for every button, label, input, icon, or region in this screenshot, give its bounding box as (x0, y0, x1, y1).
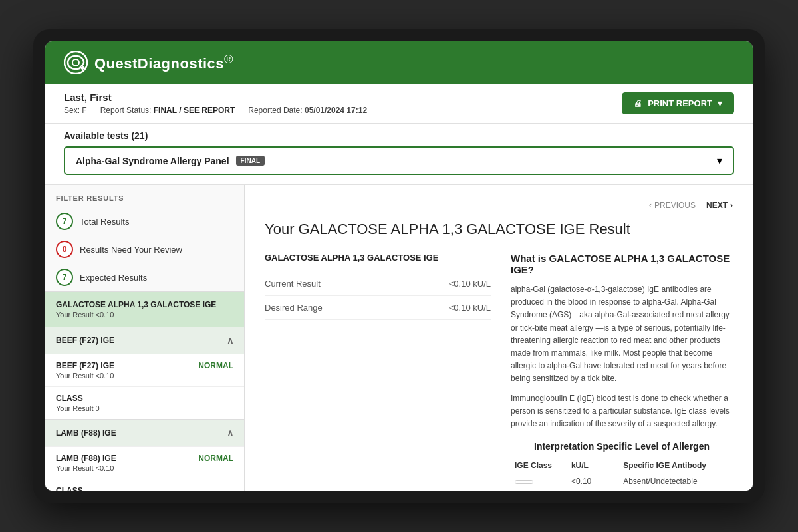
lamb-ige-result: Your Result <0.10 (56, 464, 233, 472)
test-dropdown-label: Alpha-Gal Syndrome Allergy Panel FINAL (76, 156, 265, 166)
filter-results-header: FILTER RESULTS (45, 185, 244, 207)
beef-chevron-icon: ∧ (227, 335, 233, 346)
patient-meta: Sex: F Report Status: FINAL / SEE REPORT… (64, 106, 367, 115)
next-button[interactable]: NEXT › (706, 201, 733, 210)
desired-range-row: Desired Range <0.10 kU/L (265, 296, 491, 320)
test-group-galactose[interactable]: GALACTOSE ALPHA 1,3 GALACTOSE IGE Your R… (45, 291, 244, 327)
patient-bar: Last, First Sex: F Report Status: FINAL … (45, 84, 753, 124)
detail-right: What is GALACTOSE ALPHA 1,3 GALACTOSE IG… (511, 253, 733, 491)
filter-expected-results[interactable]: 7 Expected Results (45, 263, 244, 291)
class-badge-0 (515, 480, 533, 484)
beef-ige-status: NORMAL (198, 361, 233, 370)
current-result-row: Current Result <0.10 kU/L (265, 272, 491, 296)
result-table-title: GALACTOSE ALPHA 1,3 GALACTOSE IGE (265, 253, 491, 263)
what-is-title: What is GALACTOSE ALPHA 1,3 GALACTOSE IG… (511, 253, 733, 275)
needs-review-label: Results Need Your Review (80, 245, 182, 255)
galactose-group-title: GALACTOSE ALPHA 1,3 GALACTOSE IGE (56, 300, 233, 309)
col-ige-class: IGE Class (511, 458, 567, 473)
svg-point-1 (72, 59, 79, 66)
chevron-down-icon: ▾ (718, 98, 722, 108)
reported-date: Reported Date: 05/01/2024 17:12 (248, 106, 367, 115)
desired-range-label: Desired Range (265, 303, 323, 313)
expected-results-label: Expected Results (80, 273, 147, 283)
main-content: FILTER RESULTS 7 Total Results 0 Results… (45, 185, 753, 491)
test-group-beef[interactable]: BEEF (F27) IGE ∧ (45, 327, 244, 354)
filter-total-results[interactable]: 7 Total Results (45, 207, 244, 235)
screen: QuestDiagnostics® Last, First Sex: F Rep… (45, 41, 753, 491)
beef-group-title: BEEF (F27) IGE ∧ (56, 335, 233, 346)
desired-range-value: <0.10 kU/L (449, 303, 491, 313)
detail-left: GALACTOSE ALPHA 1,3 GALACTOSE IGE Curren… (265, 253, 491, 491)
beef-ige-subitem[interactable]: BEEF (F27) IGE NORMAL Your Result <0.10 (45, 354, 244, 386)
test-group-lamb[interactable]: LAMB (F88) IGE ∧ (45, 419, 244, 446)
detail-title: Your GALACTOSE ALPHA 1,3 GALACTOSE IGE R… (265, 221, 733, 238)
current-result-value: <0.10 kU/L (449, 279, 491, 289)
detail-nav: ‹ PREVIOUS NEXT › (265, 201, 733, 210)
app-header: QuestDiagnostics® (45, 41, 753, 84)
beef-class-result: Your Result 0 (56, 404, 233, 412)
device-frame: QuestDiagnostics® Last, First Sex: F Rep… (33, 29, 765, 503)
lamb-group-title: LAMB (F88) IGE ∧ (56, 428, 233, 438)
detail-columns: GALACTOSE ALPHA 1,3 GALACTOSE IGE Curren… (265, 253, 733, 491)
chevron-right-icon: › (730, 201, 733, 210)
beef-class-subitem[interactable]: CLASS Your Result 0 (45, 386, 244, 419)
interpretation-title: Interpretation Specific Level of Allerge… (511, 441, 733, 452)
patient-info: Last, First Sex: F Report Status: FINAL … (64, 92, 367, 115)
quest-logo-icon (64, 51, 88, 74)
chevron-left-icon: ‹ (649, 201, 652, 210)
print-report-button[interactable]: 🖨 PRINT REPORT ▾ (622, 92, 734, 114)
beef-ige-result: Your Result <0.10 (56, 372, 233, 380)
lamb-ige-subitem[interactable]: LAMB (F88) IGE NORMAL Your Result <0.10 (45, 446, 244, 479)
test-panel-dropdown[interactable]: Alpha-Gal Syndrome Allergy Panel FINAL ▾ (64, 146, 734, 175)
logo-area: QuestDiagnostics® (64, 51, 233, 74)
what-is-paragraph-2: Immunoglobulin E (IgE) blood test is don… (511, 392, 733, 431)
available-tests-label: Available tests (21) (64, 130, 734, 141)
lamb-ige-title: LAMB (F88) IGE NORMAL (56, 454, 233, 463)
logo-text: QuestDiagnostics® (94, 52, 233, 72)
chevron-down-icon: ▾ (717, 154, 722, 167)
sex-info: Sex: F (64, 106, 87, 115)
needs-review-badge: 0 (56, 241, 73, 258)
final-badge: FINAL (236, 156, 265, 166)
filter-needs-review[interactable]: 0 Results Need Your Review (45, 235, 244, 263)
previous-button[interactable]: ‹ PREVIOUS (649, 201, 696, 210)
detail-panel: ‹ PREVIOUS NEXT › Your GALACTOSE ALPHA 1… (245, 185, 753, 491)
printer-icon: 🖨 (634, 98, 642, 108)
beef-ige-title: BEEF (F27) IGE NORMAL (56, 361, 233, 370)
interp-row-1: 0/1 0.10-0.34 Very Low Level (511, 489, 733, 491)
lamb-class-title: CLASS (56, 486, 233, 491)
report-status: Report Status: FINAL / SEE REPORT (100, 106, 235, 115)
patient-name: Last, First (64, 92, 367, 103)
total-results-badge: 7 (56, 213, 73, 230)
galactose-group-result: Your Result <0.10 (56, 311, 233, 319)
col-specific-ige: Specific IGE Antibody (619, 458, 733, 473)
beef-class-title: CLASS (56, 394, 233, 403)
lamb-ige-status: NORMAL (198, 454, 233, 463)
lamb-chevron-icon: ∧ (227, 428, 233, 438)
what-is-paragraph-1: alpha-Gal (galactose-α-1,3-galactose) Ig… (511, 283, 733, 386)
lamb-class-subitem[interactable]: CLASS Your Result (45, 479, 244, 491)
interpretation-table: IGE Class kU/L Specific IGE Antibody <0.… (511, 458, 733, 491)
interp-row-0: <0.10 Absent/Undetectable (511, 473, 733, 490)
current-result-label: Current Result (265, 279, 321, 289)
total-results-label: Total Results (80, 217, 129, 227)
col-ku-l: kU/L (567, 458, 619, 473)
sidebar: FILTER RESULTS 7 Total Results 0 Results… (45, 185, 245, 491)
expected-results-badge: 7 (56, 269, 73, 286)
available-tests-section: Available tests (21) Alpha-Gal Syndrome … (45, 124, 753, 185)
